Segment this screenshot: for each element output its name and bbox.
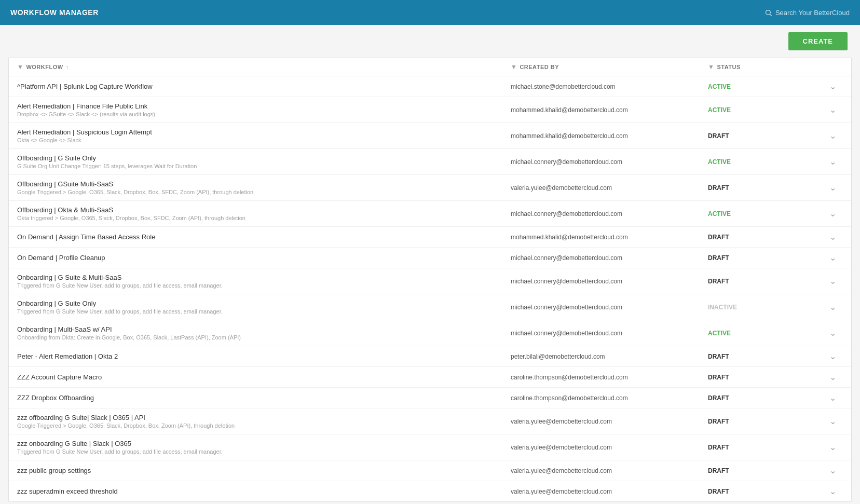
expand-chevron[interactable]: ⌄ bbox=[822, 183, 843, 193]
svg-line-1 bbox=[770, 14, 771, 16]
status-badge: DRAFT bbox=[708, 278, 729, 285]
status-badge: DRAFT bbox=[708, 418, 729, 425]
search-icon bbox=[765, 9, 772, 17]
expand-chevron[interactable]: ⌄ bbox=[822, 253, 843, 263]
status-badge: DRAFT bbox=[708, 353, 729, 360]
table-row[interactable]: Onboarding | G Suite Only Triggered from… bbox=[9, 294, 851, 320]
expand-chevron[interactable]: ⌄ bbox=[822, 157, 843, 167]
workflow-cell: ZZZ Dropbox Offboarding bbox=[17, 394, 511, 402]
table-row[interactable]: Peter - Alert Remediation | Okta 2 peter… bbox=[9, 346, 851, 367]
expand-chevron[interactable]: ⌄ bbox=[822, 276, 843, 286]
chevron-down-icon: ⌄ bbox=[829, 328, 836, 338]
table-row[interactable]: Alert Remediation | Suspicious Login Att… bbox=[9, 123, 851, 149]
table-row[interactable]: zzz onboarding G Suite | Slack | O365 Tr… bbox=[9, 434, 851, 460]
expand-chevron[interactable]: ⌄ bbox=[822, 328, 843, 338]
status-cell: DRAFT bbox=[708, 184, 822, 192]
table-row[interactable]: Alert Remediation | Finance File Public … bbox=[9, 97, 851, 123]
workflow-name: Onboarding | G Suite & Multi-SaaS bbox=[17, 274, 511, 281]
table-row[interactable]: Offboarding | G Suite Only G Suite Org U… bbox=[9, 149, 851, 175]
table-row[interactable]: ^Platform API | Splunk Log Capture Workf… bbox=[9, 76, 851, 97]
expand-chevron[interactable]: ⌄ bbox=[822, 302, 843, 312]
table-row[interactable]: On Demand | Assign Time Based Access Rol… bbox=[9, 227, 851, 248]
status-cell: DRAFT bbox=[708, 444, 822, 451]
expand-chevron[interactable]: ⌄ bbox=[822, 105, 843, 115]
expand-chevron[interactable]: ⌄ bbox=[822, 486, 843, 496]
table-header: ▼ WORKFLOW ↑ ▼ CREATED BY ▼ STATUS bbox=[9, 58, 851, 76]
status-badge: DRAFT bbox=[708, 488, 729, 495]
status-cell: ACTIVE bbox=[708, 106, 822, 114]
workflow-name: zzz onboarding G Suite | Slack | O365 bbox=[17, 440, 511, 447]
chevron-down-icon: ⌄ bbox=[829, 416, 836, 426]
workflow-cell: ^Platform API | Splunk Log Capture Workf… bbox=[17, 83, 511, 90]
status-cell: ACTIVE bbox=[708, 330, 822, 337]
status-cell: DRAFT bbox=[708, 234, 822, 241]
workflow-name: Alert Remediation | Finance File Public … bbox=[17, 102, 511, 110]
svg-point-0 bbox=[766, 10, 770, 15]
expand-chevron[interactable]: ⌄ bbox=[822, 372, 843, 382]
workflow-description: Triggered from G Suite New User, add to … bbox=[17, 282, 511, 289]
workflow-cell: Onboarding | G Suite & Multi-SaaS Trigge… bbox=[17, 274, 511, 289]
created-by-column-header[interactable]: ▼ CREATED BY bbox=[511, 63, 708, 71]
expand-chevron[interactable]: ⌄ bbox=[822, 232, 843, 242]
chevron-down-icon: ⌄ bbox=[829, 372, 836, 382]
workflow-name: Offboarding | GSuite Multi-SaaS bbox=[17, 180, 511, 188]
expand-chevron[interactable]: ⌄ bbox=[822, 351, 843, 361]
workflow-cell: Offboarding | Okta & Multi-SaaS Okta tri… bbox=[17, 206, 511, 221]
workflow-name: On Demand | Assign Time Based Access Rol… bbox=[17, 233, 511, 241]
status-badge: DRAFT bbox=[708, 132, 729, 140]
created-by-cell: peter.bilali@demobettercloud.com bbox=[511, 353, 708, 360]
table-row[interactable]: ZZZ Account Capture Macro caroline.thomp… bbox=[9, 367, 851, 388]
expand-chevron[interactable]: ⌄ bbox=[822, 209, 843, 219]
chevron-down-icon: ⌄ bbox=[829, 157, 836, 167]
table-row[interactable]: ZZZ Dropbox Offboarding caroline.thompso… bbox=[9, 388, 851, 408]
workflow-column-header[interactable]: ▼ WORKFLOW ↑ bbox=[17, 63, 511, 71]
create-button[interactable]: CREATE bbox=[788, 32, 848, 50]
expand-chevron[interactable]: ⌄ bbox=[822, 442, 843, 452]
table-row[interactable]: Offboarding | GSuite Multi-SaaS Google T… bbox=[9, 175, 851, 201]
global-search[interactable]: Search Your BetterCloud bbox=[765, 9, 850, 17]
chevron-down-icon: ⌄ bbox=[829, 232, 836, 242]
table-row[interactable]: zzz offboarding G Suite| Slack | O365 | … bbox=[9, 408, 851, 434]
created-by-col-label: CREATED BY bbox=[520, 64, 559, 70]
workflow-description: Onboarding from Okta: Create in Google, … bbox=[17, 334, 511, 340]
workflow-cell: Onboarding | Multi-SaaS w/ API Onboardin… bbox=[17, 325, 511, 340]
status-column-header[interactable]: ▼ STATUS bbox=[708, 63, 822, 71]
table-row[interactable]: zzz superadmin exceed threshold valeria.… bbox=[9, 481, 851, 501]
status-filter-icon: ▼ bbox=[708, 63, 714, 71]
workflow-table: ▼ WORKFLOW ↑ ▼ CREATED BY ▼ STATUS ^Plat… bbox=[8, 58, 852, 502]
created-by-cell: michael.connery@demobettercloud.com bbox=[511, 278, 708, 285]
table-row[interactable]: On Demand | Profile Cleanup michael.conn… bbox=[9, 248, 851, 268]
workflow-name: zzz public group settings bbox=[17, 467, 511, 474]
workflow-cell: On Demand | Profile Cleanup bbox=[17, 254, 511, 262]
expand-chevron[interactable]: ⌄ bbox=[822, 131, 843, 141]
app-title: WORKFLOW MANAGER bbox=[10, 8, 99, 17]
top-navigation: WORKFLOW MANAGER Search Your BetterCloud bbox=[0, 0, 860, 25]
workflow-cell: Peter - Alert Remediation | Okta 2 bbox=[17, 352, 511, 360]
table-row[interactable]: Onboarding | Multi-SaaS w/ API Onboardin… bbox=[9, 320, 851, 346]
expand-chevron[interactable]: ⌄ bbox=[822, 393, 843, 403]
workflow-description: Okta triggered > Google, O365, Slack, Dr… bbox=[17, 215, 511, 221]
chevron-down-icon: ⌄ bbox=[829, 466, 836, 475]
chevron-down-icon: ⌄ bbox=[829, 81, 836, 91]
expand-chevron[interactable]: ⌄ bbox=[822, 81, 843, 91]
status-cell: DRAFT bbox=[708, 418, 822, 425]
table-row[interactable]: Onboarding | G Suite & Multi-SaaS Trigge… bbox=[9, 268, 851, 294]
status-cell: ACTIVE bbox=[708, 83, 822, 90]
created-by-cell: valeria.yulee@demobettercloud.com bbox=[511, 444, 708, 451]
workflow-name: Alert Remediation | Suspicious Login Att… bbox=[17, 128, 511, 136]
status-badge: DRAFT bbox=[708, 254, 729, 262]
table-row[interactable]: Offboarding | Okta & Multi-SaaS Okta tri… bbox=[9, 201, 851, 227]
workflow-col-label: WORKFLOW bbox=[26, 64, 63, 70]
table-row[interactable]: zzz public group settings valeria.yulee@… bbox=[9, 460, 851, 481]
created-by-cell: mohammed.khalid@demobettercloud.com bbox=[511, 234, 708, 241]
status-badge: ACTIVE bbox=[708, 330, 731, 337]
expand-chevron[interactable]: ⌄ bbox=[822, 466, 843, 475]
status-cell: DRAFT bbox=[708, 488, 822, 495]
workflow-filter-icon: ▼ bbox=[17, 63, 23, 71]
expand-chevron[interactable]: ⌄ bbox=[822, 416, 843, 426]
chevron-down-icon: ⌄ bbox=[829, 209, 836, 219]
workflow-cell: Alert Remediation | Finance File Public … bbox=[17, 102, 511, 117]
workflow-name: Onboarding | G Suite Only bbox=[17, 299, 511, 307]
status-badge: DRAFT bbox=[708, 394, 729, 402]
status-cell: INACTIVE bbox=[708, 304, 822, 311]
